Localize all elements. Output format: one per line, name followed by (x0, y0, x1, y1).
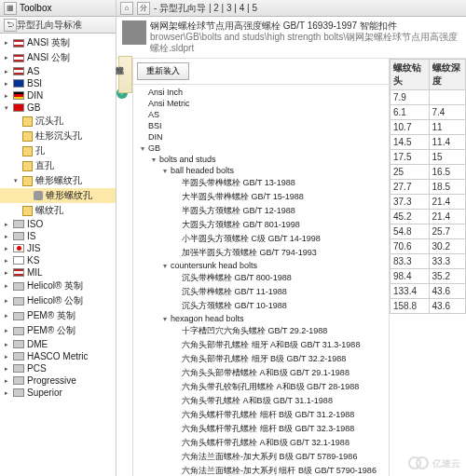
std-item[interactable]: 六角头带孔铰制孔用螺栓 A和B级 GB/T 28-1988 (137, 380, 385, 394)
std-item[interactable]: 六角头螺杆带孔螺栓 A和B级 GB/T 32.1-1988 (137, 436, 385, 450)
tree-item[interactable]: 螺纹孔 (0, 203, 116, 218)
tree-item[interactable]: ▾GB (0, 102, 116, 114)
tree-item[interactable]: 柱形沉头孔 (0, 129, 116, 143)
right-panel: ⌂ 分 - 异型孔向导 | 2 | 3 | 4 | 5 钢网架螺栓球节点用高强度… (116, 0, 466, 476)
tree-item[interactable]: 孔 (0, 143, 116, 158)
dimensions-table-panel: 螺纹钻头螺纹深度7.96.17.410.71114.511.417.515251… (390, 59, 466, 476)
tree-item[interactable]: ▸PEM® 公制 (0, 323, 116, 338)
tree-item[interactable]: ▸IS (0, 230, 116, 242)
home-icon[interactable]: ⌂ (120, 2, 133, 15)
properties-tab[interactable]: 标准属性 (118, 56, 132, 93)
table-row[interactable]: 2516.5 (391, 165, 466, 180)
std-item[interactable]: 沉头带榫螺栓 GB/T 800-1988 (137, 271, 385, 285)
std-item[interactable]: ▾hexagon head bolts (137, 313, 385, 324)
table-row[interactable]: 54.825.7 (391, 224, 466, 239)
std-item[interactable]: Ansi Inch (137, 87, 385, 98)
table-row[interactable]: 45.221.4 (391, 210, 466, 224)
std-item[interactable]: ▾bolts and studs (137, 154, 385, 165)
tree-item[interactable]: ▸KS (0, 254, 116, 266)
std-item[interactable]: 六角头头部带槽螺栓 A和B级 GB/T 29.1-1988 (137, 366, 385, 380)
std-item[interactable]: 六角法兰面螺栓-加大系列 B级 GB/T 5789-1986 (137, 450, 385, 464)
table-row[interactable]: 37.321.4 (391, 195, 466, 210)
table-row[interactable]: 10.711 (391, 120, 466, 135)
table-row[interactable]: 83.333.3 (391, 254, 466, 269)
table-row[interactable]: 6.17.4 (391, 105, 466, 120)
std-item[interactable]: 大半圆头带榫螺栓 GB/T 15-1988 (137, 190, 385, 204)
std-item[interactable]: ▾GB (137, 143, 385, 154)
table-row[interactable]: 7.9 (391, 90, 466, 105)
tree-item[interactable]: ▸JIS (0, 242, 116, 254)
tree-item[interactable]: ▸ANSI 英制 (0, 35, 116, 50)
std-item[interactable]: 半圆头带榫螺栓 GB/T 13-1988 (137, 176, 385, 190)
standards-detail-tree[interactable]: Ansi InchAnsi MetricASBSIDIN▾GB▾bolts an… (133, 84, 389, 476)
tree-item[interactable]: ▸BSI (0, 77, 116, 89)
standards-tree[interactable]: ▸ANSI 英制▸ANSI 公制▸AS▸BSI▸DIN▾GB沉头孔柱形沉头孔孔直… (0, 34, 116, 476)
std-item[interactable]: 半圆头方颈螺栓 GB/T 12-1988 (137, 204, 385, 218)
tree-item[interactable]: ▸ISO (0, 218, 116, 230)
std-item[interactable]: 十字槽凹穴六角头螺栓 GB/T 29.2-1988 (137, 324, 385, 338)
table-row[interactable]: 27.718.5 (391, 180, 466, 195)
path-bar: 钢网架螺栓球节点用高强度螺栓 GB/T 16939-1997 智能扣件 brow… (116, 17, 466, 59)
table-row[interactable]: 70.630.2 (391, 239, 466, 254)
path-sub: browser\GB\bolts and studs\high strength… (150, 32, 460, 54)
toolbox-icon: ▦ (4, 2, 17, 15)
tree-item[interactable]: ▸ANSI 公制 (0, 50, 116, 65)
tabs-label: - 异型孔向导 | 2 | 3 | 4 | 5 (154, 2, 257, 15)
tree-item[interactable]: ▸PCS (0, 362, 116, 374)
std-item[interactable]: ▾ball headed bolts (137, 165, 385, 176)
std-item[interactable]: AS (137, 109, 385, 120)
std-item[interactable]: BSI (137, 120, 385, 131)
std-item[interactable]: 大圆头方颈螺栓 GB/T 801-1998 (137, 218, 385, 232)
table-row[interactable]: 98.435.2 (391, 269, 466, 284)
tree-item[interactable]: ▸Helicol® 公制 (0, 293, 116, 308)
std-item[interactable]: 六角头螺杆带孔螺栓 细杆 B级 GB/T 32.3-1988 (137, 422, 385, 436)
view-icon[interactable]: 分 (137, 2, 150, 15)
tree-item[interactable]: 直孔 (0, 158, 116, 173)
std-item[interactable]: 六角头螺杆带孔螺栓 细杆 B级 GB/T 31.2-1988 (137, 408, 385, 422)
std-item[interactable]: 六角头带孔螺栓 A和B级 GB/T 31.1-1988 (137, 394, 385, 408)
title-bar: ▦ Toolbox (0, 0, 116, 17)
std-item[interactable]: 沉头带榫螺栓 GB/T 11-1988 (137, 285, 385, 299)
table-row[interactable]: 14.511.4 (391, 135, 466, 150)
table-row[interactable]: 17.515 (391, 150, 466, 165)
tree-item[interactable]: ▸PEM® 英制 (0, 308, 116, 323)
tree-item[interactable]: ▸DME (0, 338, 116, 350)
tree-item[interactable]: ▸Superior (0, 387, 116, 399)
dimensions-table[interactable]: 螺纹钻头螺纹深度7.96.17.410.71114.511.417.515251… (390, 59, 466, 314)
tree-item[interactable]: ▸Helicol® 英制 (0, 279, 116, 293)
tree-item[interactable]: ▸Progressive (0, 374, 116, 387)
std-item[interactable]: 六角头部带孔螺栓 细牙 A和B级 GB/T 31.3-1988 (137, 338, 385, 352)
left-tree-header: ⮌ 异型孔向导标准 (0, 17, 116, 34)
std-item[interactable]: 加强半圆头方颈螺栓 GB/T 794-1993 (137, 246, 385, 260)
std-item[interactable]: ▾countersunk head bolts (137, 260, 385, 271)
tree-item[interactable]: ▸HASCO Metric (0, 350, 116, 362)
table-row[interactable]: 133.443.6 (391, 284, 466, 299)
part-icon (122, 20, 146, 45)
table-row[interactable]: 158.843.6 (391, 299, 466, 314)
tree-item[interactable]: ▾锥形螺纹孔 (0, 173, 116, 188)
back-icon[interactable]: ⮌ (4, 19, 17, 32)
tree-item[interactable]: 沉头孔 (0, 114, 116, 129)
refresh-button[interactable]: 重新装入 (137, 62, 189, 80)
std-item[interactable]: 六角法兰面螺栓-加大系列 细杆 B级 GB/T 5790-1986 (137, 464, 385, 476)
path-title: 钢网架螺栓球节点用高强度螺栓 GB/T 16939-1997 智能扣件 (150, 20, 460, 32)
left-panel: ▦ Toolbox ⮌ 异型孔向导标准 ▸ANSI 英制▸ANSI 公制▸AS▸… (0, 0, 116, 476)
tree-item[interactable]: ▸AS (0, 65, 116, 77)
top-toolbar: ⌂ 分 - 异型孔向导 | 2 | 3 | 4 | 5 (116, 0, 466, 17)
window-title: Toolbox (20, 3, 51, 13)
std-item[interactable]: 小半圆头方颈螺栓 C级 GB/T 14-1998 (137, 232, 385, 246)
std-item[interactable]: 沉头方颈螺栓 GB/T 10-1988 (137, 299, 385, 313)
tree-item[interactable]: ▸MIL (0, 266, 116, 279)
std-item[interactable]: DIN (137, 131, 385, 143)
tree-item[interactable]: 锥形螺纹孔 (0, 188, 116, 203)
std-item[interactable]: 六角头部带孔螺栓 细牙 B级 GB/T 32.2-1988 (137, 352, 385, 366)
tree-item[interactable]: ▸DIN (0, 89, 116, 102)
std-item[interactable]: Ansi Metric (137, 98, 385, 109)
